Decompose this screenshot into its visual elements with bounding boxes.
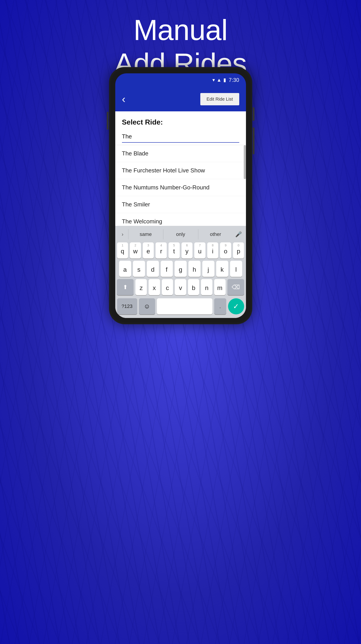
phone-screen: ▾ ▲ ▮ 7:30 ‹ Edit Ride List Select Ride:… [115, 73, 246, 318]
key-g[interactable]: g [175, 261, 187, 277]
dropdown-item-2[interactable]: The Numtums Number-Go-Round [115, 179, 246, 196]
ride-dropdown-list: The Blade The Furchester Hotel Live Show… [115, 145, 246, 230]
scrollbar[interactable] [244, 145, 246, 179]
dropdown-item-3[interactable]: The Smiler [115, 196, 246, 213]
key-v[interactable]: v [175, 279, 186, 295]
content-area: Select Ride: The Blade The Furchester Ho… [115, 111, 246, 318]
key-m[interactable]: m [214, 279, 226, 295]
key-h[interactable]: h [188, 261, 201, 277]
key-j[interactable]: j [202, 261, 214, 277]
key-n[interactable]: n [201, 279, 212, 295]
key-b[interactable]: b [188, 279, 199, 295]
key-s[interactable]: s [133, 261, 145, 277]
input-container [115, 128, 246, 143]
key-row-3: ⬆ z x c v b n m ⌫ [117, 279, 244, 295]
key-p[interactable]: 0p [233, 242, 244, 258]
key-y[interactable]: 6y [182, 242, 193, 258]
keyboard-suggestions: › same only other 🎤 [117, 228, 244, 240]
select-ride-label: Select Ride: [115, 111, 246, 128]
ride-search-input[interactable] [122, 131, 239, 143]
battery-icon: ▮ [223, 77, 226, 83]
key-u[interactable]: 7u [194, 242, 205, 258]
signal-icon: ▲ [217, 77, 222, 83]
status-time: 7:30 [229, 77, 239, 83]
key-r[interactable]: 4r [156, 242, 167, 258]
space-key[interactable] [157, 298, 212, 314]
key-row-2: a s d f g h j k l [117, 261, 244, 277]
edit-ride-list-button[interactable]: Edit Ride List [200, 93, 239, 105]
wifi-icon: ▾ [212, 77, 215, 83]
symbols-key[interactable]: ?123 [117, 298, 137, 314]
key-f[interactable]: f [161, 261, 173, 277]
phone-frame: ▾ ▲ ▮ 7:30 ‹ Edit Ride List Select Ride:… [109, 67, 252, 324]
suggestion-chevron-icon[interactable]: › [117, 231, 128, 238]
header-title-line1: Manual [133, 14, 227, 46]
key-o[interactable]: 9o [220, 242, 231, 258]
status-bar: ▾ ▲ ▮ 7:30 [115, 73, 246, 87]
key-l[interactable]: l [230, 261, 242, 277]
enter-key[interactable]: ✓ [228, 298, 244, 314]
key-i[interactable]: 8i [207, 242, 218, 258]
key-k[interactable]: k [216, 261, 228, 277]
key-x[interactable]: x [149, 279, 160, 295]
dropdown-item-0[interactable]: The Blade [115, 145, 246, 162]
key-action-row: ?123 ☺ . ✓ [117, 298, 244, 314]
key-q[interactable]: 1q [117, 242, 128, 258]
back-button[interactable]: ‹ [122, 94, 126, 104]
key-z[interactable]: z [135, 279, 147, 295]
mic-icon[interactable]: 🎤 [233, 231, 244, 238]
status-icons: ▾ ▲ ▮ [212, 77, 226, 83]
suggestion-same[interactable]: same [128, 229, 163, 240]
keyboard-rows: 1q 2w 3e 4r 5t 6y 7u 8i 9o 0p a s [117, 242, 244, 314]
volume-button [107, 112, 109, 130]
key-d[interactable]: d [147, 261, 159, 277]
key-row-1: 1q 2w 3e 4r 5t 6y 7u 8i 9o 0p [117, 242, 244, 258]
suggestion-other[interactable]: other [198, 229, 233, 240]
suggestion-only[interactable]: only [163, 229, 198, 240]
emoji-key[interactable]: ☺ [139, 298, 155, 314]
app-bar: ‹ Edit Ride List [115, 87, 246, 111]
shift-key[interactable]: ⬆ [117, 279, 134, 295]
power-button [253, 107, 254, 121]
dropdown-item-1[interactable]: The Furchester Hotel Live Show [115, 162, 246, 179]
key-c[interactable]: c [162, 279, 173, 295]
key-t[interactable]: 5t [169, 242, 180, 258]
dot-key[interactable]: . [214, 298, 226, 314]
keyboard: › same only other 🎤 1q 2w 3e 4r 5t 6y [115, 226, 246, 318]
side-button-mid [253, 128, 254, 154]
delete-key[interactable]: ⌫ [227, 279, 244, 295]
key-w[interactable]: 2w [130, 242, 141, 258]
key-a[interactable]: a [119, 261, 131, 277]
key-e[interactable]: 3e [143, 242, 154, 258]
